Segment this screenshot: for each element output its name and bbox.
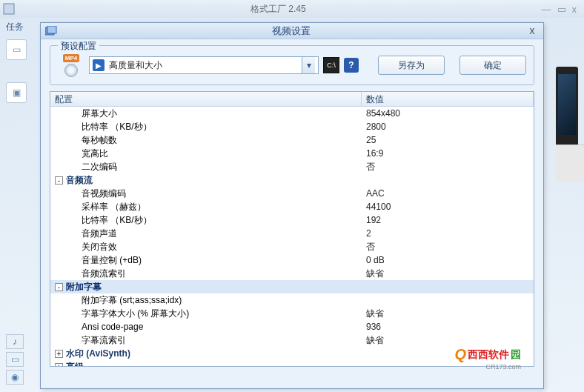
group-label: 音频流 [66,174,93,187]
setting-label: 字幕流索引 [82,334,126,347]
dialog-title: 视频设置 [57,24,525,38]
column-header-value[interactable]: 数值 [362,92,534,106]
setting-label: 二次编码 [82,161,117,173]
setting-label: 比特率 （KB/秒） [82,214,152,227]
command-line-button[interactable]: C:\ [323,57,339,73]
setting-value[interactable]: 936 [362,322,534,332]
preset-selected-text: 高质量和大小 [109,59,302,72]
settings-group-row[interactable]: +水印 (AviSynth) [50,347,534,360]
sidebar-item-2[interactable]: ▣ [6,82,27,103]
setting-value[interactable]: 否 [362,161,534,173]
setting-value[interactable]: 16:9 [362,148,534,159]
setting-label: 附加字幕 (srt;ass;ssa;idx) [82,294,182,307]
settings-item-row[interactable]: 比特率 （KB/秒）2800 [50,120,534,133]
setting-value[interactable]: 缺省 [362,268,534,280]
setting-label: 字幕字体大小 (% 屏幕大小) [82,308,189,320]
setting-label: 音频声道 [82,227,117,240]
settings-table: 配置 数值 屏幕大小854x480比特率 （KB/秒）2800每秒帧数25宽高比… [50,91,534,367]
setting-label: 宽高比 [82,147,108,160]
settings-item-row[interactable]: 音频流索引缺省 [50,267,534,280]
setting-label: 音视频编码 [82,187,126,200]
settings-item-row[interactable]: 字幕字体大小 (% 屏幕大小)缺省 [50,307,534,320]
setting-label: Ansi code-page [82,322,143,332]
group-label: 水印 (AviSynth) [66,348,130,360]
image-icon[interactable]: ▭ [6,352,24,367]
chevron-down-icon[interactable]: ▾ [302,57,315,73]
film-icon: ▶ [93,59,104,71]
settings-table-body: 屏幕大小854x480比特率 （KB/秒）2800每秒帧数25宽高比16:9二次… [50,107,534,367]
ok-button[interactable]: 确定 [459,56,526,75]
column-header-config[interactable]: 配置 [50,92,362,106]
setting-value[interactable]: 192 [362,215,534,225]
sidebar-tab-tasks[interactable]: 任务 [6,21,34,33]
settings-item-row[interactable]: 字幕流索引缺省 [50,333,534,347]
settings-item-row[interactable]: 二次编码否 [50,160,534,173]
setting-label: 音量控制 (+dB) [82,254,142,267]
setting-label: 关闭音效 [82,241,117,253]
settings-item-row[interactable]: Ansi code-page936 [50,320,534,333]
format-badge: MP4 [58,53,84,77]
phone-preview-icon [556,67,578,148]
disc-icon[interactable]: ◉ [6,370,24,385]
settings-item-row[interactable]: 音视频编码AAC [50,187,534,200]
settings-table-header: 配置 数值 [50,92,534,107]
settings-item-row[interactable]: 音量控制 (+dB)0 dB [50,253,534,267]
app-icon [3,3,15,15]
minimize-button[interactable]: — [542,4,551,15]
expand-icon[interactable]: + [55,363,63,368]
setting-value[interactable]: 44100 [362,202,534,212]
settings-item-row[interactable]: 附加字幕 (srt;ass;ssa;idx) [50,293,534,307]
setting-value[interactable]: 854x480 [362,108,534,119]
setting-label: 比特率 （KB/秒） [82,121,152,133]
dialog-titlebar[interactable]: 视频设置 x [41,23,543,39]
main-titlebar: 格式工厂 2.45 — ▭ x [0,0,584,18]
setting-value[interactable]: 否 [362,241,534,253]
right-bottom-panel [556,144,584,182]
sidebar-item-1[interactable]: ▭ [6,39,27,60]
dialog-close-button[interactable]: x [525,25,539,37]
preset-legend: 预设配置 [58,40,99,53]
main-title: 格式工厂 2.45 [15,3,542,16]
settings-group-row[interactable]: -音频流 [50,173,534,187]
format-badge-label: MP4 [63,54,79,62]
setting-label: 采样率 （赫兹） [82,201,146,213]
disc-icon [64,64,78,77]
left-sidebar-bottom: ♪ ▭ ◉ [6,334,24,388]
setting-label: 每秒帧数 [82,134,117,147]
save-as-button[interactable]: 另存为 [378,56,445,75]
setting-label: 音频流索引 [82,268,126,280]
settings-item-row[interactable]: 宽高比16:9 [50,147,534,160]
settings-item-row[interactable]: 每秒帧数25 [50,133,534,147]
settings-group-row[interactable]: -附加字幕 [50,280,534,293]
collapse-icon[interactable]: - [55,283,63,291]
maximize-button[interactable]: ▭ [557,4,566,15]
help-button[interactable]: ? [344,58,359,73]
dialog-icon [45,26,57,36]
close-button[interactable]: x [572,4,577,15]
music-icon[interactable]: ♪ [6,334,24,349]
settings-item-row[interactable]: 采样率 （赫兹）44100 [50,200,534,213]
expand-icon[interactable]: + [55,350,63,358]
collapse-icon[interactable]: - [55,176,63,185]
settings-item-row[interactable]: 比特率 （KB/秒）192 [50,213,534,227]
setting-value[interactable]: AAC [362,188,534,199]
setting-value[interactable]: 2 [362,228,534,239]
setting-label: 屏幕大小 [82,107,117,120]
svg-rect-2 [47,26,56,33]
settings-item-row[interactable]: 屏幕大小854x480 [50,107,534,120]
settings-item-row[interactable]: 音频声道2 [50,227,534,240]
group-label: 附加字幕 [66,281,102,293]
setting-value[interactable]: 2800 [362,122,534,132]
setting-value[interactable]: 0 dB [362,255,534,265]
setting-value[interactable]: 缺省 [362,308,534,320]
setting-value[interactable]: 缺省 [362,334,534,347]
video-settings-dialog: 视频设置 x 预设配置 MP4 ▶ 高质量和大小 ▾ C:\ ? 另存为 确定 … [40,22,544,389]
settings-group-row[interactable]: +高级 [50,360,534,367]
svg-rect-0 [4,4,14,14]
left-sidebar: 任务 ▭ ▣ [6,21,34,384]
group-label: 高级 [66,361,84,368]
preset-combobox[interactable]: ▶ 高质量和大小 ▾ [89,56,319,74]
settings-item-row[interactable]: 关闭音效否 [50,240,534,253]
preset-fieldset: 预设配置 MP4 ▶ 高质量和大小 ▾ C:\ ? 另存为 确定 [50,45,534,85]
setting-value[interactable]: 25 [362,135,534,145]
